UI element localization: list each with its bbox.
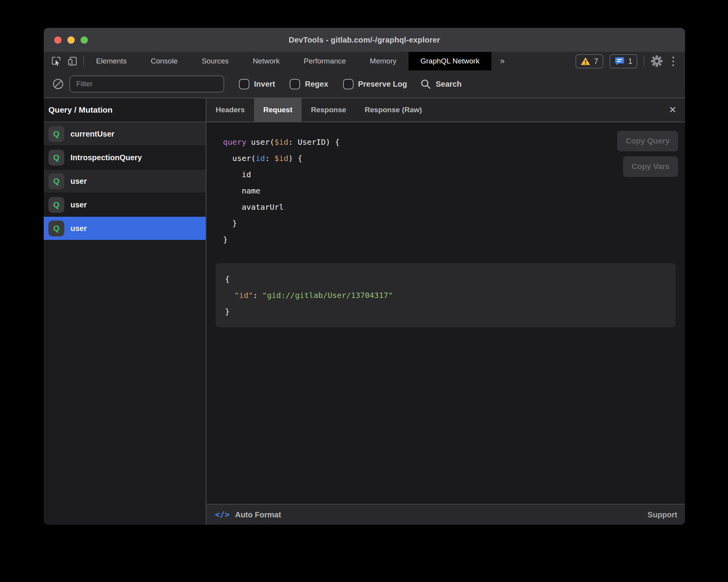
settings-gear-icon[interactable] — [651, 55, 663, 67]
request-view: query user($id: UserID) { user(id: $id) … — [206, 122, 685, 504]
code-line: { — [225, 271, 666, 287]
tab-performance[interactable]: Performance — [292, 52, 358, 70]
query-list: QcurrentUserQIntrospectionQueryQuserQuse… — [44, 122, 206, 240]
query-list-item-introspectionquery[interactable]: QIntrospectionQuery — [44, 146, 206, 169]
checkbox-preserve-log[interactable]: Preserve Log — [343, 79, 407, 89]
close-panel-icon[interactable]: ✕ — [660, 98, 685, 122]
panel-footer: </> Auto Format Support — [206, 504, 685, 525]
code-line: } — [225, 303, 666, 320]
search-label: Search — [436, 80, 462, 89]
detail-panel: HeadersRequestResponseResponse (Raw) ✕ q… — [206, 98, 685, 525]
query-list-item-user[interactable]: Quser — [44, 193, 206, 217]
more-tabs-icon[interactable]: » — [491, 52, 513, 70]
checkbox-label: Preserve Log — [358, 80, 407, 89]
inspect-element-icon[interactable] — [51, 56, 62, 67]
panel-tab-headers[interactable]: Headers — [206, 98, 254, 122]
query-name: currentUser — [70, 130, 114, 139]
tab-graphql-network[interactable]: GraphQL Network — [409, 52, 491, 70]
query-name: user — [70, 224, 87, 233]
checkbox-box[interactable] — [290, 79, 300, 89]
code-line: name — [223, 183, 676, 199]
main-tabs: ElementsConsoleSourcesNetworkPerformance… — [84, 52, 491, 70]
request-code: query user($id: UserID) { user(id: $id) … — [223, 134, 676, 248]
copy-vars-button[interactable]: Copy Vars — [623, 156, 678, 177]
message-count: 1 — [628, 57, 632, 66]
query-list-item-currentuser[interactable]: QcurrentUser — [44, 122, 206, 146]
panel-tabs: HeadersRequestResponseResponse (Raw) — [206, 98, 431, 122]
copy-query-button[interactable]: Copy Query — [617, 131, 678, 151]
auto-format-button[interactable]: Auto Format — [235, 510, 281, 519]
support-link[interactable]: Support — [647, 510, 677, 519]
devtools-window: DevTools - gitlab.com/-/graphql-explorer… — [44, 28, 685, 525]
checkbox-box[interactable] — [343, 79, 354, 89]
code-line: query user($id: UserID) { — [223, 134, 676, 150]
filter-input[interactable] — [69, 75, 224, 92]
panel-tab-bar: HeadersRequestResponseResponse (Raw) ✕ — [206, 98, 685, 122]
code-line: id — [223, 166, 676, 183]
code-line: user(id: $id) { — [223, 150, 676, 166]
query-name: user — [70, 200, 87, 209]
tab-console[interactable]: Console — [139, 52, 190, 70]
query-sidebar: Query / Mutation QcurrentUserQIntrospect… — [44, 98, 206, 525]
content-area: Query / Mutation QcurrentUserQIntrospect… — [44, 98, 685, 525]
search-toggle[interactable]: Search — [420, 79, 462, 89]
warning-icon — [580, 56, 591, 66]
chat-icon — [615, 56, 625, 66]
warnings-badge[interactable]: 7 — [575, 54, 603, 68]
query-name: user — [70, 177, 87, 186]
query-type-badge: Q — [48, 126, 64, 142]
tab-sources[interactable]: Sources — [190, 52, 241, 70]
query-type-badge: Q — [48, 150, 64, 166]
code-line: "id": "gid://gitlab/User/13704317" — [225, 287, 666, 303]
variables-box: { "id": "gid://gitlab/User/13704317"} — [216, 263, 676, 327]
toolbar-right: 7 1 — [575, 52, 685, 70]
device-toolbar-icon[interactable] — [67, 56, 78, 67]
query-type-badge: Q — [48, 221, 64, 236]
filter-bar: InvertRegexPreserve Log Search — [44, 70, 685, 98]
panel-tab-response-raw[interactable]: Response (Raw) — [355, 98, 431, 122]
search-icon — [420, 79, 431, 89]
kebab-menu-icon[interactable] — [669, 56, 677, 66]
toolbar-separator — [644, 56, 644, 67]
code-format-icon: </> — [215, 510, 230, 519]
checkbox-label: Regex — [305, 80, 328, 89]
filter-options: InvertRegexPreserve Log — [224, 79, 407, 89]
tool-icons — [44, 52, 83, 70]
title-bar: DevTools - gitlab.com/-/graphql-explorer — [44, 28, 685, 52]
tab-elements[interactable]: Elements — [84, 52, 139, 70]
panel-tab-request[interactable]: Request — [254, 98, 302, 122]
checkbox-regex[interactable]: Regex — [290, 79, 328, 89]
panel-tab-response[interactable]: Response — [302, 98, 355, 122]
messages-badge[interactable]: 1 — [610, 54, 637, 68]
query-list-item-user[interactable]: Quser — [44, 169, 206, 193]
code-line: } — [223, 215, 676, 231]
query-type-badge: Q — [48, 173, 64, 189]
query-type-badge: Q — [48, 197, 64, 213]
checkbox-invert[interactable]: Invert — [239, 79, 275, 89]
sidebar-header: Query / Mutation — [44, 98, 206, 122]
code-line: avatarUrl — [223, 199, 676, 215]
window-title: DevTools - gitlab.com/-/graphql-explorer — [44, 36, 685, 45]
main-tab-bar: ElementsConsoleSourcesNetworkPerformance… — [44, 52, 685, 70]
checkbox-box[interactable] — [239, 79, 249, 89]
warning-count: 7 — [594, 57, 598, 66]
code-line: } — [223, 231, 676, 248]
clear-filter-icon[interactable] — [52, 78, 64, 90]
checkbox-label: Invert — [254, 80, 275, 89]
tab-network[interactable]: Network — [241, 52, 292, 70]
tab-memory[interactable]: Memory — [358, 52, 409, 70]
query-list-item-user[interactable]: Quser — [44, 217, 206, 240]
query-name: IntrospectionQuery — [70, 153, 142, 162]
